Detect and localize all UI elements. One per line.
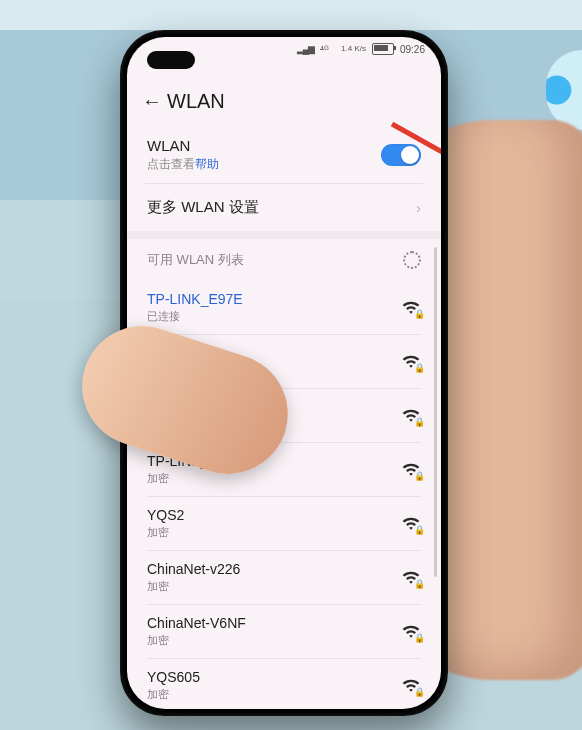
page-title: WLAN bbox=[167, 90, 225, 113]
network-ssid: YQS605 bbox=[147, 669, 200, 685]
network-status: 加密 bbox=[147, 633, 246, 648]
help-link[interactable]: 帮助 bbox=[195, 157, 219, 171]
network-status: 加密 bbox=[147, 687, 200, 702]
wlan-toggle-row[interactable]: WLAN 点击查看帮助 bbox=[127, 125, 441, 183]
cellular-type: ⁴ᴳ bbox=[320, 44, 329, 55]
network-row[interactable]: ChinaNet-V6NF加密🔒 bbox=[127, 605, 441, 658]
wlan-switch[interactable] bbox=[381, 144, 421, 166]
battery-icon bbox=[372, 43, 394, 55]
lock-icon: 🔒 bbox=[414, 525, 425, 535]
wifi-signal-icon: 🔒 bbox=[401, 569, 421, 587]
network-info: TP-LINK_E97E已连接 bbox=[147, 291, 243, 324]
wlan-toggle-label: WLAN bbox=[147, 137, 219, 154]
wifi-signal-icon: 🔒 bbox=[401, 623, 421, 641]
network-ssid: YQS2 bbox=[147, 507, 184, 523]
wifi-signal-icon: 🔒 bbox=[401, 353, 421, 371]
network-status: 加密 bbox=[147, 579, 240, 594]
wlan-toggle-labels: WLAN 点击查看帮助 bbox=[147, 137, 219, 173]
section-divider bbox=[127, 231, 441, 239]
net-speed: 1.4 K/s bbox=[341, 45, 366, 53]
wifi-signal-icon: 🔒 bbox=[401, 515, 421, 533]
lock-icon: 🔒 bbox=[414, 579, 425, 589]
lock-icon: 🔒 bbox=[414, 309, 425, 319]
wlan-toggle-hint[interactable]: 点击查看帮助 bbox=[147, 156, 219, 173]
network-ssid: ChinaNet-v226 bbox=[147, 561, 240, 577]
lock-icon: 🔒 bbox=[414, 687, 425, 697]
network-info: YQS605加密 bbox=[147, 669, 200, 702]
network-info: ChinaNet-v226加密 bbox=[147, 561, 240, 594]
wlan-hint-prefix: 点击查看 bbox=[147, 157, 195, 171]
wifi-signal-icon: 🔒 bbox=[401, 677, 421, 695]
lock-icon: 🔒 bbox=[414, 633, 425, 643]
back-button[interactable]: ← bbox=[137, 90, 167, 113]
lock-icon: 🔒 bbox=[414, 363, 425, 373]
available-networks-header: 可用 WLAN 列表 bbox=[127, 239, 441, 281]
lock-icon: 🔒 bbox=[414, 471, 425, 481]
network-row[interactable]: YQS605加密🔒 bbox=[127, 659, 441, 709]
signal-icon: ▂▄▆ bbox=[297, 44, 314, 54]
network-ssid: TP-LINK_E97E bbox=[147, 291, 243, 307]
network-row[interactable]: ChinaNet-v226加密🔒 bbox=[127, 551, 441, 604]
network-ssid: ChinaNet-V6NF bbox=[147, 615, 246, 631]
clock: 09:26 bbox=[400, 44, 425, 55]
status-bar: ▂▄▆ ⁴ᴳ 1.4 K/s 09:26 bbox=[297, 43, 425, 55]
loading-spinner-icon bbox=[403, 251, 421, 269]
network-info: ChinaNet-V6NF加密 bbox=[147, 615, 246, 648]
scrollbar[interactable] bbox=[434, 247, 437, 577]
network-info: YQS2加密 bbox=[147, 507, 184, 540]
network-status: 已连接 bbox=[147, 309, 243, 324]
network-row[interactable]: TP-LINK_E97E已连接🔒 bbox=[127, 281, 441, 334]
more-wlan-settings-label: 更多 WLAN 设置 bbox=[147, 198, 259, 217]
page-header: ← WLAN bbox=[127, 77, 441, 125]
chevron-right-icon: › bbox=[416, 200, 421, 216]
available-networks-label: 可用 WLAN 列表 bbox=[147, 251, 244, 269]
wifi-signal-icon: 🔒 bbox=[401, 407, 421, 425]
more-wlan-settings-row[interactable]: 更多 WLAN 设置 › bbox=[127, 184, 441, 231]
camera-punch-hole bbox=[147, 51, 195, 69]
network-status: 加密 bbox=[147, 525, 184, 540]
lock-icon: 🔒 bbox=[414, 417, 425, 427]
wifi-signal-icon: 🔒 bbox=[401, 299, 421, 317]
wifi-signal-icon: 🔒 bbox=[401, 461, 421, 479]
network-row[interactable]: YQS2加密🔒 bbox=[127, 497, 441, 550]
